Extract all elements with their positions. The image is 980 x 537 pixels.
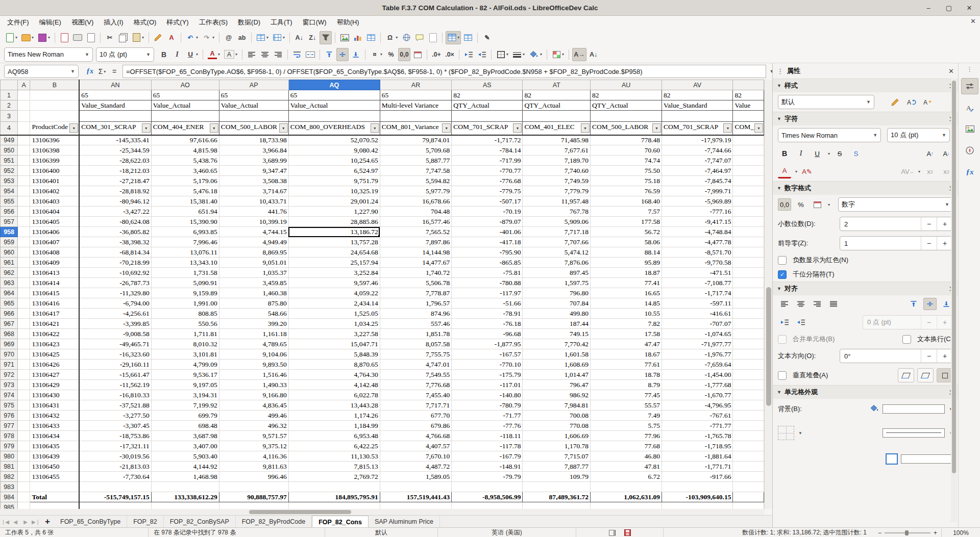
autofilter-dropdown-icon[interactable]: ▾ (69, 123, 78, 133)
cell[interactable] (151, 482, 219, 492)
open[interactable]: ▾ (20, 31, 35, 44)
cell[interactable]: -49,465.71 (79, 339, 151, 349)
cell[interactable]: -71.77 (452, 411, 523, 421)
cell[interactable] (18, 288, 30, 298)
cell[interactable]: 5.75 (591, 421, 662, 431)
cell[interactable]: Multi-level Variance (380, 100, 451, 111)
cell[interactable]: 7,887.77 (523, 462, 591, 472)
cell[interactable]: 77.68 (591, 441, 662, 451)
sheet-nav-last[interactable]: ▶❘ (31, 516, 41, 528)
cell[interactable] (18, 462, 30, 472)
cell[interactable]: 7,455.40 (380, 390, 451, 400)
row-header-983[interactable]: 983 (1, 482, 18, 492)
format-number[interactable]: 0,0 (398, 48, 410, 61)
cell[interactable] (523, 482, 591, 492)
cell[interactable]: 1,525.05 (288, 309, 380, 319)
row-header-970[interactable]: 970 (1, 349, 18, 360)
cell[interactable]: 13106434 (30, 431, 79, 441)
cell[interactable]: -11,562.19 (79, 380, 151, 390)
rotate-down-button[interactable] (917, 368, 934, 382)
border-line-style-well[interactable] (883, 428, 945, 438)
text-direction-ttb[interactable]: A↓ (587, 48, 600, 61)
row-header-977[interactable]: 977 (1, 421, 18, 431)
cell[interactable]: 14.85 (591, 298, 662, 309)
close-document-icon[interactable]: ✕ (970, 17, 976, 25)
cell[interactable] (733, 492, 764, 502)
sidebar-grip-icon[interactable]: ⋮ (777, 67, 784, 75)
cell[interactable]: 4,142.48 (288, 380, 380, 390)
cell[interactable]: -25,344.59 (79, 145, 151, 156)
cell[interactable]: -17,979.19 (662, 135, 733, 145)
cell[interactable]: -1,670.77 (662, 390, 733, 400)
row-header-963[interactable]: 963 (1, 278, 18, 288)
cell[interactable]: 77.61 (591, 360, 662, 370)
zoom-out-icon[interactable]: − (878, 529, 881, 536)
borders[interactable]: ▾ (495, 48, 510, 61)
row-header-976[interactable]: 976 (1, 411, 18, 421)
cell[interactable]: -145,335.41 (79, 135, 151, 145)
cell[interactable]: 3,714.67 (219, 186, 288, 196)
autofilter[interactable] (320, 31, 332, 44)
cell[interactable]: 897.45 (523, 268, 591, 278)
conditional-formatting[interactable]: ▾ (550, 48, 566, 61)
cell[interactable]: 1,161.18 (219, 329, 288, 339)
insert-hyperlink[interactable] (400, 31, 412, 44)
cell[interactable]: 9,166.80 (219, 390, 288, 400)
chevron-down-icon[interactable]: ▼ (798, 431, 802, 436)
column-header-AN[interactable]: AN (79, 80, 151, 90)
border-style[interactable]: ▾ (511, 48, 526, 61)
row-header-975[interactable]: 975 (1, 400, 18, 411)
cell[interactable]: -77.76 (452, 421, 523, 431)
sidebar-scrollbar[interactable] (951, 79, 957, 522)
cell[interactable] (18, 122, 30, 135)
cell[interactable]: -148.91 (452, 462, 523, 472)
sort-descending[interactable]: Z↓ (306, 31, 318, 44)
cell[interactable]: 13106455 (30, 472, 79, 482)
cell[interactable]: 9,051.01 (219, 258, 288, 268)
align-left[interactable] (246, 48, 258, 61)
cell[interactable]: -401.06 (452, 227, 523, 237)
cell[interactable]: 7,740.60 (523, 166, 591, 176)
cell[interactable]: -7,108.77 (662, 278, 733, 288)
plus-icon[interactable]: + (937, 217, 952, 231)
background-color[interactable]: ▾ (527, 48, 544, 61)
cell[interactable]: 187.44 (523, 319, 591, 329)
cell[interactable]: Value_Actual (151, 100, 219, 111)
cell[interactable]: 1,851.78 (380, 329, 451, 339)
cell[interactable] (733, 462, 764, 472)
cell[interactable]: 5,709.68 (380, 145, 451, 156)
row-header-978[interactable]: 978 (1, 431, 18, 441)
cell[interactable]: -7,730.64 (79, 472, 151, 482)
column-header-AU[interactable]: AU (591, 80, 662, 90)
cell[interactable]: 5,848.39 (288, 349, 380, 360)
column-header-AP[interactable]: AP (219, 80, 288, 90)
cell[interactable]: 77.96 (591, 431, 662, 441)
cell[interactable] (662, 502, 733, 509)
cell[interactable]: 13106430 (30, 390, 79, 400)
cell[interactable]: 550.56 (151, 319, 219, 329)
cell[interactable]: 1,606.69 (523, 431, 591, 441)
cell[interactable] (288, 111, 380, 122)
cell[interactable]: 65 (219, 90, 288, 100)
cell[interactable] (18, 431, 30, 441)
cell[interactable] (18, 268, 30, 278)
cell[interactable]: 87,489,361.72 (523, 492, 591, 502)
selected-cell[interactable]: 13,186.72 (288, 227, 380, 237)
cell[interactable]: 796.80 (523, 288, 591, 298)
row-header-981[interactable]: 981 (1, 462, 18, 472)
sidebar-font-size-combo[interactable]: 10 点 (pt) ▼ (887, 128, 950, 142)
cell[interactable] (380, 502, 451, 509)
cell[interactable] (30, 111, 79, 122)
cell[interactable]: 5,438.76 (151, 156, 219, 166)
cell[interactable]: 16,577.46 (380, 217, 451, 227)
cell[interactable] (30, 502, 79, 509)
cell[interactable]: -417.18 (452, 237, 523, 247)
cell[interactable]: 90,888,757.97 (219, 492, 288, 502)
cell[interactable]: -21,813.03 (79, 462, 151, 472)
cell[interactable] (662, 482, 733, 492)
cell[interactable]: 4,407.57 (380, 441, 451, 451)
cell[interactable]: 13106407 (30, 237, 79, 247)
row-header-965[interactable]: 965 (1, 298, 18, 309)
cell[interactable] (733, 309, 764, 319)
cell[interactable]: 7,770.42 (523, 339, 591, 349)
